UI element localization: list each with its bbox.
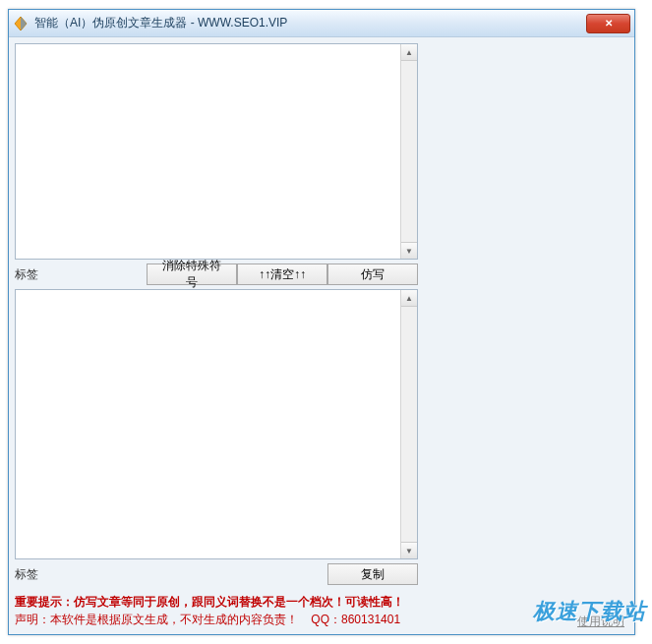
output-textarea[interactable] (16, 290, 400, 558)
clear-button[interactable]: ↑↑清空↑↑ (237, 263, 327, 285)
notice-qq: QQ：860131401 (311, 613, 400, 626)
notice-disclaimer-text: 声明：本软件是根据原文生成，不对生成的内容负责！ (15, 613, 298, 626)
input-textarea[interactable] (16, 44, 400, 259)
bottom-toolbar: 标签 复制 (15, 562, 418, 586)
left-panel: ▲ ▼ 标签 消除特殊符号 ↑↑清空↑↑ 仿写 ▲ ▼ 标签 (15, 43, 418, 628)
top-label: 标签 (15, 266, 54, 283)
content-area: ▲ ▼ 标签 消除特殊符号 ↑↑清空↑↑ 仿写 ▲ ▼ 标签 (9, 37, 634, 634)
usage-instructions-link[interactable]: 使用说明 (577, 614, 624, 630)
application-window: 智能（AI）伪原创文章生成器 - WWW.SEO1.VIP ▲ ▼ 标签 消除特… (8, 9, 635, 635)
notice-disclaimer: 声明：本软件是根据原文生成，不对生成的内容负责！ QQ：860131401 (15, 611, 418, 628)
scroll-down-icon[interactable]: ▼ (401, 242, 417, 259)
notice-important: 重要提示：仿写文章等同于原创，跟同义词替换不是一个档次！可读性高！ (15, 593, 418, 611)
input-textarea-wrap: ▲ ▼ (15, 43, 418, 260)
top-toolbar: 标签 消除特殊符号 ↑↑清空↑↑ 仿写 (15, 263, 418, 286)
close-button[interactable] (586, 14, 630, 33)
bottom-label: 标签 (15, 566, 54, 583)
rewrite-button[interactable]: 仿写 (327, 263, 418, 285)
scroll-up-icon[interactable]: ▲ (401, 44, 417, 61)
output-textarea-wrap: ▲ ▼ (15, 289, 418, 559)
notice-area: 重要提示：仿写文章等同于原创，跟同义词替换不是一个档次！可读性高！ 声明：本软件… (15, 593, 418, 628)
scroll-up-icon[interactable]: ▲ (401, 290, 417, 307)
scrollbar[interactable]: ▲ ▼ (400, 44, 417, 259)
copy-button[interactable]: 复制 (327, 563, 418, 585)
app-icon (13, 16, 29, 31)
scroll-down-icon[interactable]: ▼ (401, 542, 417, 558)
window-title: 智能（AI）伪原创文章生成器 - WWW.SEO1.VIP (34, 15, 586, 31)
titlebar: 智能（AI）伪原创文章生成器 - WWW.SEO1.VIP (9, 10, 634, 37)
remove-special-chars-button[interactable]: 消除特殊符号 (147, 263, 237, 285)
scrollbar[interactable]: ▲ ▼ (400, 290, 417, 558)
